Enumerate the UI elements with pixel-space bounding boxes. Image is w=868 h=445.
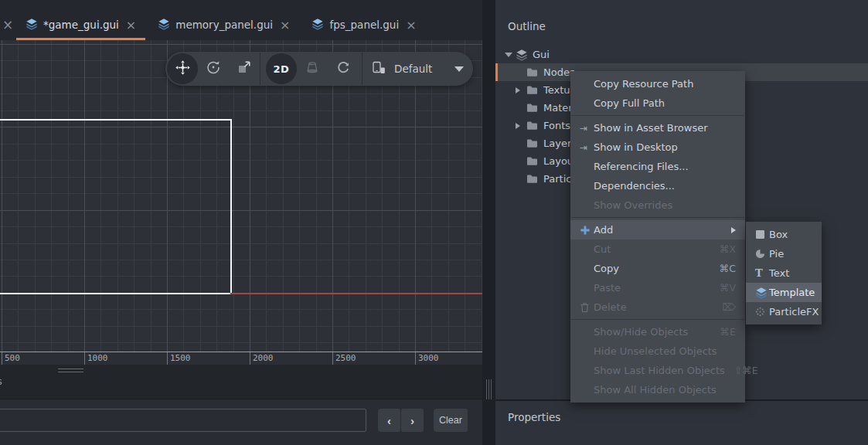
box-icon (755, 229, 769, 239)
menu-item-add[interactable]: Add (570, 220, 745, 239)
move-icon (175, 59, 191, 79)
menu-item-label: ParticleFX (769, 306, 819, 318)
folder-icon (526, 138, 539, 150)
menu-item-copy[interactable]: Copy⌘C (570, 259, 745, 278)
tab-game-gui-gui[interactable]: *game_gui.gui× (15, 0, 146, 40)
menu-item-label: Text (769, 267, 789, 279)
editor-pane: × *game_gui.gui×memory_panel.gui×fps_pan… (0, 0, 482, 445)
clear-console-button[interactable]: Clear (434, 409, 468, 432)
gui-stack-gray-icon (516, 49, 528, 61)
close-icon[interactable]: × (280, 18, 290, 32)
menu-separator (571, 319, 744, 320)
menu-item-label: Referencing Files... (594, 161, 689, 172)
ruler-tick: 500 (2, 352, 2, 365)
menu-item-label: Copy (594, 263, 619, 274)
menu-item-copy-resource-path[interactable]: Copy Resource Path (570, 74, 745, 93)
previous-result-button[interactable]: ‹ (378, 409, 400, 432)
menu-item-label: Show/Hide Objects (594, 326, 688, 338)
scene-viewport[interactable] (0, 40, 482, 352)
chevron-down-icon (454, 66, 464, 72)
menu-item-label: Show Last Hidden Objects (594, 365, 725, 376)
properties-panel-title: Properties (508, 411, 560, 423)
menu-shortcut: ⌦ (713, 301, 736, 313)
menu-item-show-in-asset-browser[interactable]: ⇥Show in Asset Browser (570, 118, 745, 138)
menu-shortcut: ⌘C (710, 263, 736, 274)
menu-item-label: Copy Full Path (594, 97, 665, 109)
x-axis-line (230, 293, 482, 294)
chevron-right-icon[interactable] (516, 123, 526, 129)
menu-item-label: Copy Resource Path (594, 78, 693, 90)
menu-separator (571, 217, 744, 218)
menu-shortcut: ⇧⌘E (725, 365, 758, 376)
menu-item-label: Pie (769, 248, 784, 260)
scale-tool[interactable] (229, 53, 260, 84)
ruler-tick: 2000 (250, 352, 250, 365)
menu-item-dependencies[interactable]: Dependencies... (570, 176, 745, 195)
orbit-icon (335, 59, 351, 78)
menu-item-text[interactable]: TText (746, 263, 822, 283)
folder-icon (526, 173, 539, 185)
ruler-drag-handle[interactable] (58, 369, 83, 375)
menu-item-label: Box (769, 229, 788, 240)
move-tool[interactable] (167, 53, 198, 84)
menu-item-show-hide-objects: Show/Hide Objects⌘E (570, 322, 745, 341)
menu-item-label: Show All Hidden Objects (594, 384, 717, 396)
2d-toggle[interactable]: 2D (266, 53, 297, 84)
menu-shortcut: ⌘V (710, 282, 736, 294)
menu-item-show-in-desktop[interactable]: ⇥Show in Desktop (570, 138, 745, 157)
camera-orbit[interactable] (328, 53, 359, 84)
console-toolbar: ‹ › Clear (0, 399, 482, 445)
menu-item-show-overrides: Show Overrides (570, 195, 745, 215)
splitter-drag-handle[interactable] (486, 379, 492, 399)
ruler-tick: 1500 (167, 352, 168, 365)
trash-icon (580, 302, 594, 313)
menu-item-label: Show in Asset Browser (594, 122, 708, 134)
menu-separator (571, 115, 744, 116)
menu-item-label: Template (769, 287, 815, 298)
outline-item-label: Gui (533, 49, 550, 60)
pie-icon (755, 249, 769, 259)
chevron-right-icon (731, 227, 736, 233)
menu-item-particlefx[interactable]: ParticleFX (746, 302, 822, 321)
close-icon[interactable]: × (406, 18, 416, 32)
chevron-down-icon[interactable] (505, 53, 516, 57)
menu-item-referencing-files[interactable]: Referencing Files... (570, 157, 745, 176)
next-result-button[interactable]: › (401, 409, 424, 432)
menu-item-pie[interactable]: Pie (746, 244, 822, 263)
device-icon (370, 59, 386, 78)
2d-label: 2D (274, 63, 290, 75)
tab-memory-panel-gui[interactable]: memory_panel.gui× (148, 0, 300, 40)
perspective-toggle[interactable] (297, 53, 328, 84)
camera-profile-dropdown[interactable]: Default (370, 59, 464, 78)
menu-item-cut: Cut⌘X (570, 239, 745, 259)
close-icon[interactable]: × (126, 18, 136, 32)
close-icon[interactable]: × (0, 0, 15, 40)
tab-fps-panel-gui[interactable]: fps_panel.gui× (301, 0, 426, 40)
menu-item-show-last-hidden-objects: Show Last Hidden Objects⇧⌘E (570, 361, 745, 380)
template-icon (755, 287, 769, 299)
menu-shortcut: ⌘E (711, 326, 736, 338)
goto-icon: ⇥ (580, 123, 594, 134)
menu-item-paste: Paste⌘V (570, 278, 745, 297)
panel-divider[interactable] (482, 0, 495, 445)
outline-panel-title: Outline (508, 20, 546, 32)
menu-item-label: Cut (594, 243, 611, 255)
menu-item-show-all-hidden-objects: Show All Hidden Objects (570, 380, 745, 399)
menu-item-label: Add (594, 224, 613, 236)
menu-item-label: Show Overrides (594, 199, 672, 211)
text-icon: T (755, 267, 769, 279)
menu-item-box[interactable]: Box (746, 225, 822, 244)
folder-icon (526, 102, 539, 114)
outline-item-gui[interactable]: Gui (495, 46, 868, 63)
gui-bounds-rectangle (0, 119, 232, 294)
rotate-tool[interactable] (198, 53, 229, 84)
goto-icon: ⇥ (580, 142, 594, 153)
menu-item-template[interactable]: Template (746, 283, 822, 302)
chevron-right-icon[interactable] (516, 87, 526, 93)
folder-icon (526, 84, 539, 97)
folder-icon (526, 120, 539, 132)
menu-item-copy-full-path[interactable]: Copy Full Path (570, 93, 745, 113)
rotate-icon (206, 59, 221, 78)
profile-label: Default (394, 63, 432, 75)
console-search-input[interactable] (0, 409, 366, 432)
